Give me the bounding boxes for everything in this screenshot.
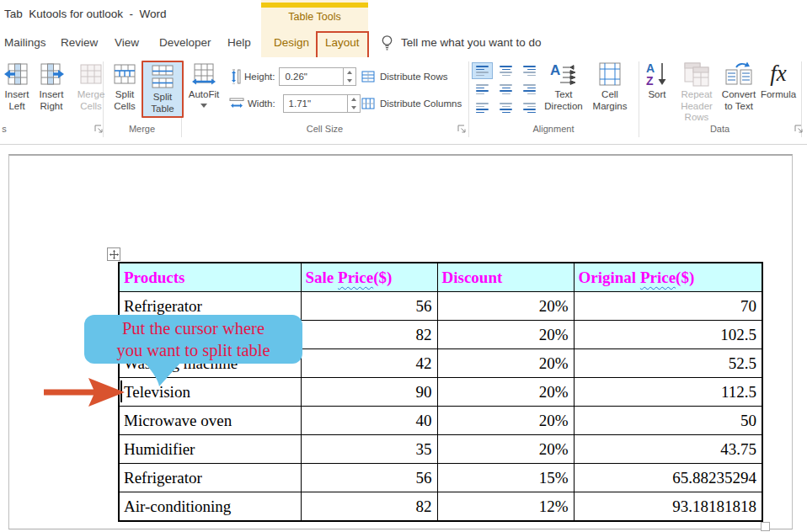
sort-button[interactable]: AZ Sort	[642, 61, 672, 101]
column-header-discount[interactable]: Discount	[437, 263, 574, 292]
width-spinner	[347, 95, 360, 112]
autofit-dropdown-arrow	[200, 104, 207, 108]
height-input[interactable]	[280, 68, 345, 85]
repeat-header-rows-button: Repeat Header Rows	[671, 61, 723, 124]
table-cell[interactable]: 40	[301, 407, 437, 435]
text-direction-label2: Direction	[544, 101, 582, 113]
distribute-columns-button[interactable]: Distribute Columns	[361, 97, 462, 110]
align-center-right-button[interactable]	[519, 81, 540, 98]
table-cell[interactable]: Refrigerator	[119, 464, 301, 492]
window-title: Tab Kutools for outlook - Word	[4, 8, 167, 20]
table-cell[interactable]: 65.88235294	[574, 464, 762, 492]
align-bottom-right-button[interactable]	[519, 99, 540, 116]
table-cell[interactable]: 20%	[437, 435, 574, 464]
table-cell[interactable]: 56	[301, 464, 437, 492]
tab-view[interactable]: View	[115, 36, 139, 49]
table-cell[interactable]: 56	[301, 292, 437, 321]
align-bottom-left-button[interactable]	[472, 99, 493, 116]
table-cell[interactable]: 20%	[437, 349, 574, 378]
tab-design[interactable]: Design	[274, 36, 309, 49]
align-bottom-center-button[interactable]	[495, 99, 516, 116]
autofit-label: AutoFit	[189, 89, 219, 101]
text-direction-button[interactable]: A Text Direction	[541, 61, 586, 112]
cell-margins-label2: Margins	[593, 101, 628, 113]
tell-me-box[interactable]: Tell me what you want to do	[401, 36, 542, 49]
distribute-columns-label: Distribute Columns	[380, 98, 462, 109]
table-cell[interactable]: 20%	[437, 321, 574, 349]
table-cell[interactable]: 52.5	[574, 349, 762, 378]
table-cell[interactable]: 90	[301, 378, 437, 407]
annotation-arrow	[44, 377, 125, 407]
tab-mailings[interactable]: Mailings	[4, 36, 46, 49]
table-cell[interactable]: 43.75	[574, 435, 762, 464]
table-cell[interactable]: 82	[301, 321, 437, 349]
cell-size-dialog-launcher[interactable]	[457, 124, 468, 135]
table-cell[interactable]: 70	[574, 292, 762, 321]
cell-margins-button[interactable]: Cell Margins	[588, 61, 632, 112]
table-cell[interactable]: 82	[301, 492, 437, 522]
split-table-label2: Table	[151, 104, 174, 115]
tab-review[interactable]: Review	[61, 36, 98, 49]
column-header-sale-price[interactable]: Sale Price($)	[301, 263, 437, 292]
width-field-row: Width:	[229, 94, 361, 113]
align-top-right-button[interactable]	[519, 62, 540, 79]
height-input-box	[279, 67, 356, 86]
contextual-accent-bar	[261, 3, 368, 8]
width-label: Width:	[248, 98, 275, 109]
insert-right-button[interactable]: Insert Right	[34, 61, 69, 112]
sort-label: Sort	[648, 89, 665, 101]
table-cell[interactable]: 35	[301, 435, 437, 464]
table-cell[interactable]: 42	[301, 349, 437, 378]
merge-group-label: Merge	[103, 124, 181, 134]
width-input[interactable]	[284, 95, 350, 112]
insert-right-label2: Right	[40, 101, 63, 113]
split-table-icon	[150, 63, 175, 92]
table-cell[interactable]: 20%	[437, 407, 574, 435]
table-cell[interactable]: Microwave oven	[119, 407, 301, 435]
tab-developer[interactable]: Developer	[159, 36, 211, 49]
table-cell[interactable]: 50	[574, 407, 762, 435]
table-cell[interactable]: Humidifier	[119, 435, 301, 464]
contextual-tab-title: Table Tools	[261, 11, 368, 23]
convert-to-text-button[interactable]: Convert to Text	[718, 61, 760, 112]
annotation-callout: Put the cursor where you want to split t…	[84, 315, 302, 364]
tab-help[interactable]: Help	[227, 36, 251, 49]
table-cell[interactable]: Air-conditioning	[119, 492, 301, 522]
table-row: Television 90 20% 112.5	[119, 378, 762, 407]
align-top-left-button[interactable]	[472, 62, 493, 79]
width-spinner-down[interactable]	[348, 104, 360, 112]
text-direction-icon: A	[548, 61, 579, 89]
insert-right-icon	[38, 61, 65, 89]
table-move-handle[interactable]	[107, 247, 120, 261]
table-resize-handle[interactable]	[761, 522, 770, 531]
split-table-button[interactable]: Split Table	[142, 61, 184, 118]
sort-icon: AZ	[644, 61, 670, 89]
column-header-products[interactable]: Products	[119, 263, 301, 292]
merge-cells-button: Merge Cells	[72, 61, 110, 112]
ribbon: Insert Left Insert Right s Merge Cells	[0, 57, 807, 145]
height-spinner-down[interactable]	[344, 77, 355, 85]
table-cell[interactable]: 20%	[437, 292, 574, 321]
column-header-original-price[interactable]: Original Price($)	[574, 263, 762, 292]
align-top-center-button[interactable]	[495, 62, 516, 79]
width-spinner-up[interactable]	[348, 95, 360, 104]
repeat-header-rows-label: Repeat	[681, 89, 712, 101]
table-cell[interactable]: 12%	[437, 492, 574, 522]
autofit-button[interactable]: AutoFit	[184, 61, 224, 108]
data-dialog-launcher[interactable]	[794, 124, 804, 135]
table-cell[interactable]: 102.5	[574, 321, 762, 349]
align-center-button[interactable]	[495, 81, 516, 98]
table-cell[interactable]: 112.5	[574, 378, 762, 407]
height-spinner-up[interactable]	[344, 68, 355, 77]
merge-cells-label2: Cells	[80, 101, 102, 113]
split-cells-button[interactable]: Split Cells	[108, 61, 142, 112]
table-cell[interactable]: 20%	[437, 378, 574, 407]
distribute-rows-button[interactable]: Distribute Rows	[361, 70, 448, 83]
height-label: Height:	[244, 72, 275, 82]
table-cell[interactable]: 93.18181818	[574, 492, 762, 522]
formula-label: Formula	[761, 89, 796, 101]
formula-button[interactable]: fx Formula	[758, 61, 799, 101]
table-cell[interactable]: 15%	[437, 464, 574, 492]
align-center-left-button[interactable]	[472, 81, 493, 98]
insert-left-button[interactable]: Insert Left	[0, 61, 34, 112]
